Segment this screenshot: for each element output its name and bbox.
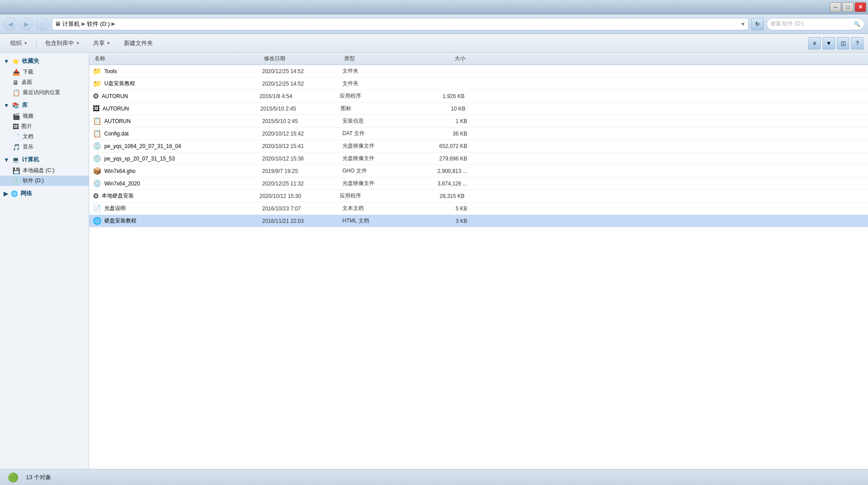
toolbar-right: ≡ ▼ ◫ ? (808, 37, 864, 49)
table-row[interactable]: 📄 光盘说明 2016/10/23 7:07 文本文档 5 KB (89, 202, 868, 215)
table-row[interactable]: 📁 U盘安装教程 2020/12/25 14:52 文件夹 (89, 78, 868, 90)
refresh-button[interactable]: ↻ (751, 18, 764, 30)
table-row[interactable]: 🖼 AUTORUN 2015/5/10 2:45 图标 10 KB (89, 103, 868, 115)
file-area: 名称 修改日期 类型 大小 📁 Tools 2020/12/25 14:52 文… (89, 53, 868, 469)
table-row[interactable]: ⚙ AUTORUN 2016/1/8 4:54 应用程序 1,926 KB (89, 90, 868, 103)
include-label: 包含到库中 (45, 39, 74, 47)
breadcrumb-computer[interactable]: 计算机 (62, 20, 80, 28)
share-button[interactable]: 共享 ▼ (87, 37, 116, 50)
sidebar-section-favorites-header[interactable]: ▼ ⭐ 收藏夹 (0, 55, 89, 67)
organize-label: 组织 (10, 39, 22, 47)
file-size: 5 KB (405, 206, 467, 212)
file-date: 2020/10/12 15:36 (262, 156, 342, 162)
file-icon: 🖼 (93, 105, 100, 113)
file-type: 光盘映像文件 (342, 180, 405, 187)
desktop-icon: 🖥 (12, 79, 19, 86)
sidebar-item-c-drive[interactable]: 💾 本地磁盘 (C:) (0, 165, 89, 176)
computer-collapse-arrow: ▼ (4, 156, 9, 163)
view-dropdown-button[interactable]: ▼ (823, 37, 835, 49)
file-type: 光盘映像文件 (342, 142, 405, 150)
file-size: 2,900,813 ... (405, 168, 467, 174)
breadcrumb-icon: 🖥 (55, 21, 61, 27)
table-row[interactable]: 🌐 硬盘安装教程 2016/11/21 22:03 HTML 文档 3 KB (89, 215, 868, 227)
forward-button[interactable]: ▶ (20, 17, 33, 31)
sidebar-section-computer: ▼ 💻 计算机 💾 本地磁盘 (C:) 💿 软件 (D:) (0, 154, 89, 186)
video-label: 视频 (23, 112, 33, 120)
file-date: 2020/12/25 11:32 (262, 181, 342, 187)
close-button[interactable]: ✕ (855, 2, 866, 12)
file-name: 光盘说明 (104, 205, 262, 212)
file-date: 2015/5/10 2:45 (260, 106, 341, 112)
main-container: ▼ ⭐ 收藏夹 📥 下载 🖥 桌面 📋 最近访问的位置 ▼ 📚 库 (0, 53, 868, 469)
organize-arrow: ▼ (24, 41, 28, 45)
maximize-button[interactable]: □ (842, 2, 854, 12)
breadcrumb-dropdown-arrow[interactable]: ▼ (740, 21, 745, 27)
sidebar-item-documents[interactable]: 📄 文档 (0, 132, 89, 142)
status-text: 13 个对象 (26, 473, 51, 481)
table-row[interactable]: 📦 Win7x64.gho 2019/9/7 19:25 GHO 文件 2,90… (89, 165, 868, 177)
col-header-date[interactable]: 修改日期 (262, 55, 342, 62)
breadcrumb[interactable]: 🖥 计算机 ▶ 软件 (D:) ▶ ▼ (52, 18, 749, 30)
library-collapse-arrow: ▼ (4, 102, 9, 109)
file-type: 文件夹 (342, 67, 405, 75)
titlebar-buttons: ─ □ ✕ (830, 2, 866, 12)
file-name: AUTORUN (102, 93, 259, 99)
search-placeholder: 搜索 软件 (D:) (770, 20, 804, 28)
table-row[interactable]: 💿 Win7x64_2020 2020/12/25 11:32 光盘映像文件 3… (89, 177, 868, 190)
sidebar-item-d-drive[interactable]: 💿 软件 (D:) (0, 176, 89, 186)
file-date: 2020/10/12 15:42 (262, 131, 342, 137)
toolbar-divider1 (36, 40, 37, 47)
back-button[interactable]: ◀ (4, 17, 17, 31)
c-drive-label: 本地磁盘 (C:) (23, 167, 54, 174)
col-header-size[interactable]: 大小 (405, 55, 467, 62)
sidebar-section-network-header[interactable]: ▶ 🌐 网络 (0, 188, 89, 199)
minimize-button[interactable]: ─ (830, 2, 841, 12)
file-name: AUTORUN (103, 106, 260, 112)
table-row[interactable]: 📋 Config.dat 2020/10/12 15:42 DAT 文件 36 … (89, 127, 868, 140)
file-type: 应用程序 (340, 192, 402, 200)
statusbar: 🟢 13 个对象 (0, 469, 868, 485)
file-type: 文本文档 (342, 205, 405, 212)
d-drive-label: 软件 (D:) (23, 177, 44, 185)
organize-button[interactable]: 组织 ▼ (4, 37, 33, 50)
pictures-label: 图片 (21, 123, 32, 130)
file-size: 36 KB (405, 131, 467, 137)
table-row[interactable]: 💿 pe_yqs_1064_20_07_31_16_04 2020/10/12 … (89, 140, 868, 152)
sidebar-item-music[interactable]: 🎵 音乐 (0, 142, 89, 152)
sidebar-section-computer-header[interactable]: ▼ 💻 计算机 (0, 154, 89, 165)
up-button[interactable]: ↑ (36, 17, 49, 31)
favorites-collapse-arrow: ▼ (4, 58, 9, 65)
table-row[interactable]: 📁 Tools 2020/12/25 14:52 文件夹 (89, 65, 868, 78)
sidebar-item-recent[interactable]: 📋 最近访问的位置 (0, 87, 89, 98)
sidebar-item-pictures[interactable]: 🖼 图片 (0, 121, 89, 132)
breadcrumb-drive[interactable]: 软件 (D:) (87, 20, 110, 28)
share-label: 共享 (93, 39, 105, 47)
file-type: GHO 文件 (342, 167, 405, 175)
help-button[interactable]: ? (851, 37, 864, 49)
download-label: 下载 (23, 68, 33, 76)
file-date: 2020/12/25 14:52 (262, 68, 342, 74)
table-row[interactable]: 📋 AUTORUN 2015/5/10 2:45 安装信息 1 KB (89, 115, 868, 127)
new-folder-button[interactable]: 新建文件夹 (118, 37, 159, 50)
sidebar-item-video[interactable]: 🎬 视频 (0, 111, 89, 121)
sidebar-section-library-header[interactable]: ▼ 📚 库 (0, 99, 89, 111)
file-name: Win7x64_2020 (104, 181, 262, 187)
col-header-name[interactable]: 名称 (93, 55, 262, 62)
pictures-icon: 🖼 (12, 123, 19, 130)
view-change-button[interactable]: ≡ (808, 37, 821, 49)
preview-pane-button[interactable]: ◫ (837, 37, 849, 49)
file-type: 应用程序 (340, 92, 402, 100)
search-bar[interactable]: 搜索 软件 (D:) 🔍 (766, 18, 864, 30)
sidebar-section-favorites: ▼ ⭐ 收藏夹 📥 下载 🖥 桌面 📋 最近访问的位置 (0, 55, 89, 98)
file-type: 文件夹 (342, 80, 405, 87)
col-header-type[interactable]: 类型 (342, 55, 405, 62)
file-icon: 📋 (93, 129, 102, 138)
sidebar-item-desktop[interactable]: 🖥 桌面 (0, 77, 89, 87)
file-size: 1,926 KB (402, 93, 465, 99)
file-type: 光盘映像文件 (342, 155, 405, 162)
sidebar-item-download[interactable]: 📥 下载 (0, 67, 89, 77)
table-row[interactable]: 💿 pe_yqs_xp_20_07_31_15_53 2020/10/12 15… (89, 152, 868, 165)
sidebar-section-network: ▶ 🌐 网络 (0, 188, 89, 199)
include-library-button[interactable]: 包含到库中 ▼ (39, 37, 86, 50)
table-row[interactable]: ⚙ 本地硬盘安装 2020/10/12 15:30 应用程序 28,315 KB (89, 190, 868, 202)
